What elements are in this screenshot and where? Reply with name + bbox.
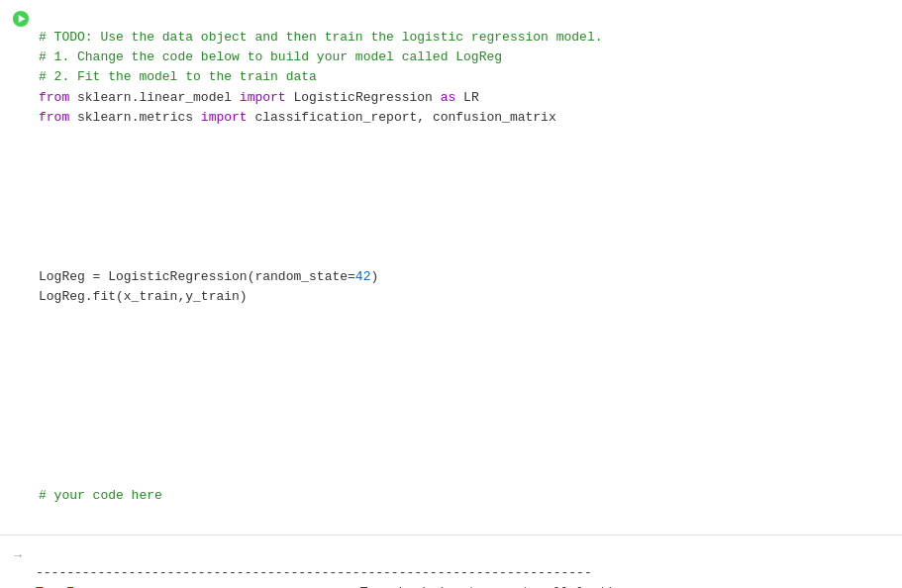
run-button[interactable] bbox=[3, 8, 39, 28]
code-cell: # TODO: Use the data object and then tra… bbox=[0, 0, 902, 535]
separator-line: ----------------------------------------… bbox=[36, 565, 592, 580]
comment-line-2: # 1. Change the code below to build your… bbox=[39, 49, 502, 64]
model-line-1: LogReg = LogisticRegression(random_state… bbox=[39, 269, 378, 284]
run-icon[interactable] bbox=[12, 10, 30, 28]
your-code-comment: # your code here bbox=[39, 488, 162, 503]
code-block: # TODO: Use the data object and then tra… bbox=[39, 8, 902, 527]
import-line-1: from sklearn.linear_model import Logisti… bbox=[39, 90, 479, 105]
comment-line-1: # TODO: Use the data object and then tra… bbox=[39, 30, 603, 45]
output-cell: → --------------------------------------… bbox=[0, 535, 902, 588]
output-arrow-icon: → bbox=[14, 545, 22, 563]
output-gutter: → bbox=[0, 543, 36, 563]
error-output: ----------------------------------------… bbox=[36, 543, 902, 588]
comment-line-3: # 2. Fit the model to the train data bbox=[39, 69, 317, 84]
notebook-cell: # TODO: Use the data object and then tra… bbox=[0, 0, 902, 588]
import-line-2: from sklearn.metrics import classificati… bbox=[39, 110, 556, 125]
model-line-2: LogReg.fit(x_train,y_train) bbox=[39, 289, 248, 304]
